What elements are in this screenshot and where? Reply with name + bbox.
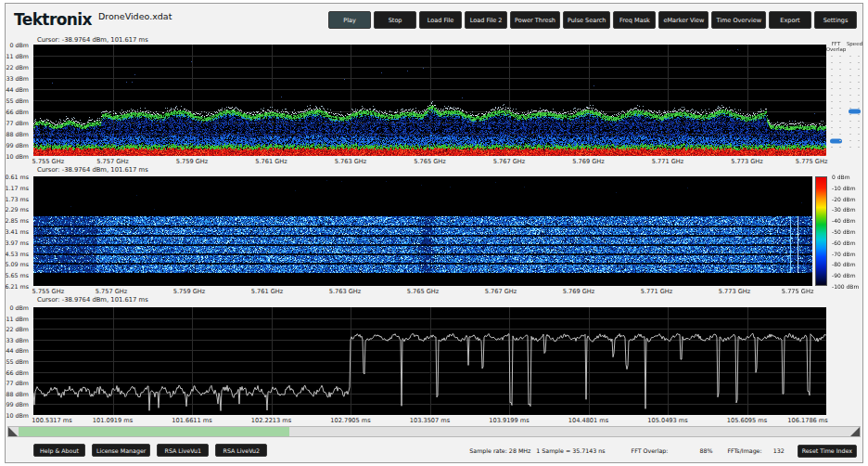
- spectrogram-time-tick: 104.53 ms: [5, 250, 29, 256]
- amplitude-y-tick: -11 dBm: [5, 315, 29, 321]
- amplitude-y-axis: 0 dBm-11 dBm-22 dBm-33 dBm-44 dBm-55 dBm…: [6, 307, 32, 415]
- spectrogram-time-tick: 100.61 ms: [5, 174, 29, 180]
- toolbar-button-load-file-2[interactable]: Load File 2: [465, 11, 507, 29]
- colorbar-tick: -60 dBm: [832, 239, 855, 245]
- spectrogram-x-tick: 5.763 GHz: [329, 288, 362, 295]
- amplitude-x-axis: 100.5317 ms101.0919 ms101.6611 ms102.221…: [33, 416, 826, 424]
- footer-button-rsa-livevu2[interactable]: RSA LiveVu2: [215, 444, 267, 457]
- spectrogram-time-tick: 102.29 ms: [5, 206, 29, 213]
- toolbar-button-freq-mask[interactable]: Freq Mask: [613, 11, 656, 29]
- toolbar-button-play[interactable]: Play: [328, 11, 371, 29]
- toolbar-button-stop[interactable]: Stop: [374, 11, 416, 29]
- spectrogram-x-tick: 5.761 GHz: [251, 288, 284, 295]
- spectrum-y-tick: -77 dBm: [5, 120, 29, 126]
- spectrogram-x-tick: 5.773 GHz: [719, 288, 751, 295]
- spectrogram-chart[interactable]: [33, 176, 812, 286]
- color-scale-bar: [815, 176, 827, 286]
- speed-slider-label: Speed: [847, 41, 862, 54]
- spectrum-x-tick: 5.761 GHz: [255, 158, 287, 165]
- toolbar-button-export[interactable]: Export: [769, 11, 811, 29]
- toolbar-button-emarker-view[interactable]: eMarker View: [658, 11, 708, 29]
- amplitude-x-tick: 106.1786 ms: [787, 417, 827, 424]
- amplitude-y-tick: -88 dBm: [5, 390, 29, 396]
- amplitude-y-tick: -33 dBm: [5, 336, 29, 343]
- spectrogram-x-tick: 5.767 GHz: [485, 288, 517, 295]
- footer-button-license-manager[interactable]: License Manager: [92, 444, 150, 457]
- toolbar: PlayStopLoad FileLoad File 2Power Thresh…: [328, 11, 857, 29]
- sample-equivalent-label: 1 Sample = 35.7143 ns: [536, 447, 605, 454]
- fft-speed-panel: FFT Overlap Speed: [828, 41, 862, 162]
- amplitude-x-tick: 102.7905 ms: [330, 417, 370, 424]
- toolbar-button-power-thresh[interactable]: Power Thresh: [510, 11, 560, 29]
- spectrum-y-tick: -110 dBm: [5, 153, 29, 160]
- spectrum-x-tick: 5.775 GHz: [796, 158, 828, 165]
- spectrogram-x-tick: 5.769 GHz: [563, 288, 595, 295]
- speed-slider[interactable]: Speed: [847, 41, 862, 162]
- spectrogram-time-tick: 101.17 ms: [5, 184, 29, 190]
- time-scrollbar[interactable]: [7, 426, 861, 437]
- speed-slider-track[interactable]: [849, 56, 861, 152]
- persistence-spectrum-chart[interactable]: [33, 45, 826, 156]
- toolbar-button-settings[interactable]: Settings: [814, 11, 857, 29]
- spectrum-x-tick: 5.757 GHz: [96, 158, 129, 165]
- amplitude-time-chart[interactable]: [33, 307, 826, 415]
- spectrogram-time-tick: 103.41 ms: [5, 228, 29, 235]
- amplitude-x-tick: 102.2213 ms: [251, 417, 291, 424]
- loaded-file-title: DroneVideo.xdat: [98, 11, 172, 21]
- spectrogram-x-tick: 5.765 GHz: [407, 288, 440, 295]
- cursor-readout-amplitude: Cursor: -38.9764 dBm, 101.617 ms: [37, 296, 148, 304]
- cursor-readout-spectrogram: Cursor: -38.9764 dBm, 101.617 ms: [37, 166, 148, 174]
- spectrum-y-axis: 0 dBm-11 dBm-22 dBm-33 dBm-44 dBm-55 dBm…: [6, 45, 32, 156]
- spectrogram-time-tick: 103.97 ms: [5, 239, 29, 245]
- toolbar-button-load-file[interactable]: Load File: [419, 11, 462, 29]
- speed-slider-thumb[interactable]: [849, 110, 861, 114]
- fft-overlap-slider-thumb[interactable]: [830, 138, 842, 143]
- scroll-left-arrow-icon[interactable]: [8, 427, 18, 436]
- amplitude-y-tick: -110 dBm: [5, 412, 29, 419]
- colorbar-tick: -100 dBm: [832, 283, 859, 290]
- spectrum-y-tick: -22 dBm: [5, 64, 29, 71]
- colorbar-tick: -30 dBm: [832, 206, 855, 213]
- fft-overlap-status-label: FFT Overlap:: [632, 447, 669, 454]
- ffts-per-image-label: FFTs/Image:: [727, 447, 761, 454]
- toolbar-button-time-overview[interactable]: Time Overview: [711, 11, 766, 29]
- spectrogram-time-tick: 105.65 ms: [5, 272, 29, 278]
- fft-overlap-slider[interactable]: FFT Overlap: [828, 41, 844, 162]
- spectrum-x-tick: 5.771 GHz: [652, 158, 684, 165]
- amplitude-y-tick: 0 dBm: [10, 304, 29, 311]
- reset-time-index-button[interactable]: Reset Time Index: [798, 445, 857, 458]
- toolbar-button-pulse-search[interactable]: Pulse Search: [563, 11, 611, 29]
- fft-overlap-slider-track[interactable]: [830, 56, 842, 152]
- spectrum-y-tick: -99 dBm: [5, 142, 29, 149]
- spectrogram-time-tick: 105.09 ms: [5, 261, 29, 267]
- spectrum-y-tick: -88 dBm: [5, 131, 29, 137]
- spectrum-x-tick: 5.769 GHz: [572, 158, 605, 165]
- spectrum-y-tick: -66 dBm: [5, 109, 29, 115]
- spectrum-x-tick: 5.759 GHz: [176, 158, 209, 165]
- colorbar-tick: -50 dBm: [832, 228, 855, 235]
- spectrogram-x-axis: 5.755 GHz5.757 GHz5.759 GHz5.761 GHz5.76…: [33, 287, 812, 295]
- app-window: Tektronix DroneVideo.xdat PlayStopLoad F…: [5, 3, 863, 463]
- amplitude-x-tick: 103.3507 ms: [410, 417, 450, 424]
- colorbar-axis: 0 dBm-10 dBm-20 dBm-30 dBm-40 dBm-50 dBm…: [830, 176, 862, 286]
- amplitude-y-tick: -22 dBm: [5, 326, 29, 332]
- colorbar-tick: -10 dBm: [832, 184, 855, 190]
- spectrogram-time-tick: 106.21 ms: [5, 283, 29, 290]
- amplitude-x-tick: 105.6095 ms: [727, 417, 767, 424]
- spectrogram-x-tick: 5.759 GHz: [173, 288, 206, 295]
- footer-button-rsa-livevu1[interactable]: RSA LiveVu1: [157, 444, 209, 457]
- tektronix-logo: Tektronix: [14, 10, 92, 29]
- spectrum-x-tick: 5.773 GHz: [731, 158, 763, 165]
- spectrogram-x-tick: 5.755 GHz: [32, 288, 65, 295]
- spectrum-y-tick: -11 dBm: [5, 53, 29, 59]
- amplitude-x-tick: 100.5317 ms: [32, 417, 71, 424]
- colorbar-tick: 0 dBm: [832, 174, 850, 180]
- spectrogram-x-tick: 5.771 GHz: [641, 288, 673, 295]
- footer-button-help-about[interactable]: Help & About: [33, 444, 85, 457]
- amplitude-y-tick: -55 dBm: [5, 358, 29, 365]
- scroll-position-thumb[interactable]: [19, 427, 289, 436]
- scroll-right-arrow-icon[interactable]: [850, 427, 860, 436]
- amplitude-x-tick: 101.6611 ms: [172, 417, 211, 424]
- amplitude-y-tick: -99 dBm: [5, 401, 29, 408]
- spectrogram-time-axis: 100.61 ms101.17 ms101.73 ms102.29 ms102.…: [6, 176, 32, 286]
